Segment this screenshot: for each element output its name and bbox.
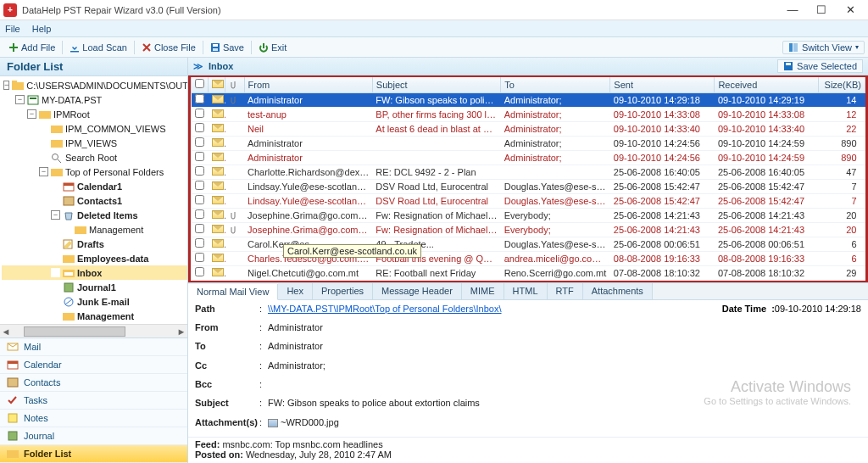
mail-details: Path: \\MY-DATA.PST\IPMRoot\Top of Perso… (188, 300, 868, 438)
nav-sections: Mail Calendar Contacts Tasks Notes Journ… (0, 337, 187, 463)
tab-normal[interactable]: Normal Mail View (188, 284, 278, 300)
row-checkbox[interactable] (195, 267, 204, 276)
tree-contacts[interactable]: Contacts1 (77, 196, 122, 206)
col-to[interactable]: To (501, 77, 610, 92)
tree-toggle[interactable]: − (39, 167, 48, 176)
exit-button[interactable]: Exit (253, 41, 292, 54)
tree-pst[interactable]: MY-DATA.PST (42, 95, 102, 105)
row-checkbox[interactable] (195, 209, 204, 219)
tree-item[interactable]: Employees-data (77, 254, 148, 264)
mail-row[interactable]: AdministratorFW: Gibson speaks to police… (192, 92, 865, 107)
menu-file[interactable]: File (5, 24, 20, 34)
titlebar: + DataHelp PST Repair Wizard v3.0 (Full … (0, 0, 868, 20)
close-file-button[interactable]: Close File (136, 41, 201, 54)
row-checkbox[interactable] (195, 253, 204, 262)
tab-message-header[interactable]: Message Header (373, 283, 462, 299)
cell-size: 20 (819, 222, 865, 237)
path-value[interactable]: \\MY-DATA.PST\IPMRoot\Top of Personal Fo… (268, 304, 698, 314)
load-scan-button[interactable]: Load Scan (64, 41, 132, 54)
row-checkbox[interactable] (195, 166, 204, 176)
datetime-label: Date Time : (698, 304, 775, 314)
tree-toggle[interactable]: − (3, 81, 9, 90)
tree-item[interactable]: IPM_COMMON_VIEWS (65, 124, 166, 134)
row-checkbox[interactable] (195, 123, 204, 132)
mail-row[interactable]: Charlotte.Richardson@dexio...RE: DCL 949… (192, 165, 865, 179)
mail-row[interactable]: test-anupBP, other firms facing 300 la..… (192, 107, 865, 121)
nav-notes[interactable]: Notes (0, 410, 187, 427)
tree-toggle[interactable]: − (27, 109, 36, 119)
nav-contacts[interactable]: Contacts (0, 374, 187, 392)
tree-calendar[interactable]: Calendar1 (77, 181, 122, 192)
row-checkbox[interactable] (195, 137, 204, 147)
row-checkbox[interactable] (195, 195, 204, 204)
tree-toggle[interactable]: − (51, 210, 60, 220)
row-checkbox[interactable] (195, 238, 204, 248)
minimize-button[interactable]: — (783, 3, 802, 16)
tab-html[interactable]: HTML (504, 283, 548, 299)
mail-row[interactable]: Josephine.Grima@go.com.mtFw: Resignation… (192, 208, 865, 222)
col-icon[interactable] (209, 77, 225, 92)
col-from[interactable]: From (244, 77, 372, 92)
folder-tree[interactable]: −C:\USERS\ADMIN\DOCUMENTS\OUTLOOK FILES … (0, 76, 187, 324)
col-subject[interactable]: Subject (372, 77, 500, 92)
save-selected-button[interactable]: Save Selected (777, 59, 863, 73)
cell-subject: RE: Football next Friday (372, 265, 500, 280)
row-checkbox[interactable] (195, 152, 204, 161)
tree-hscrollbar[interactable]: ◄► (0, 324, 187, 337)
cell-to: Reno.Scerri@go.com.mt (501, 265, 610, 280)
datetime-value: 09-10-2010 14:29:18 (775, 304, 861, 314)
mail-row[interactable]: NeilAt least 6 dead in blast at Ch...Adm… (192, 121, 865, 136)
save-button[interactable]: Save (205, 41, 249, 54)
tab-properties[interactable]: Properties (313, 283, 373, 299)
tree-item[interactable]: Management (89, 225, 143, 235)
tree-inbox[interactable]: Inbox (2, 265, 187, 280)
tree-drafts[interactable]: Drafts (77, 239, 104, 249)
notes-icon (7, 413, 19, 423)
tab-hex[interactable]: Hex (278, 283, 313, 299)
col-attach[interactable] (225, 77, 244, 92)
row-checkbox[interactable] (195, 94, 204, 103)
nav-tasks[interactable]: Tasks (0, 392, 187, 410)
switch-view-button[interactable]: Switch View▾ (782, 41, 865, 54)
nav-folder-list[interactable]: Folder List (0, 445, 187, 463)
row-checkbox[interactable] (195, 109, 204, 118)
cell-subject: DSV Road Ltd, Eurocentral (372, 193, 500, 208)
nav-mail[interactable]: Mail (0, 338, 187, 356)
mail-row[interactable]: Nigel.Chetcuti@go.com.mtRE: Football nex… (192, 265, 865, 280)
tree-junk[interactable]: Junk E-mail (77, 297, 130, 307)
tree-ipmroot[interactable]: IPMRoot (53, 109, 90, 120)
tab-mime[interactable]: MIME (462, 283, 504, 299)
tree-root[interactable]: C:\USERS\ADMIN\DOCUMENTS\OUTLOOK FILES (26, 81, 187, 91)
cell-received: 25-06-2008 00:06:51 (715, 237, 819, 251)
tree-journal[interactable]: Journal1 (77, 282, 116, 293)
tab-rtf[interactable]: RTF (548, 283, 583, 299)
mail-row[interactable]: Lindsay.Yule@ese-scotland.c...DSV Road L… (192, 193, 865, 208)
nav-journal[interactable]: Journal (0, 427, 187, 445)
col-received[interactable]: Received (715, 77, 819, 92)
mail-row[interactable]: AdministratorAdministrator;09-10-2010 14… (192, 150, 865, 165)
tree-toggle[interactable]: − (15, 95, 25, 104)
tree-item[interactable]: Search Root (65, 153, 117, 163)
from-label: From (195, 322, 259, 332)
col-checkbox[interactable] (192, 77, 209, 92)
col-size[interactable]: Size(KB) (819, 77, 865, 92)
tree-item[interactable]: IPM_VIEWS (65, 138, 117, 148)
close-window-button[interactable]: ✕ (841, 3, 860, 16)
add-file-button[interactable]: Add File (3, 41, 60, 54)
row-checkbox[interactable] (195, 181, 204, 190)
maximize-button[interactable]: ☐ (812, 3, 831, 16)
cell-to: andrea.miceli@go.com.mt; C... (501, 251, 610, 265)
tree-top[interactable]: Top of Personal Folders (65, 167, 164, 177)
row-checkbox[interactable] (195, 224, 204, 233)
tab-attachments[interactable]: Attachments (583, 283, 653, 299)
tree-item[interactable]: Management (77, 311, 134, 321)
mail-row[interactable]: AdministratorAdministrator;09-10-2010 14… (192, 136, 865, 150)
mail-row[interactable]: Lindsay.Yule@ese-scotland.c...DSV Road L… (192, 179, 865, 193)
mail-row[interactable]: Josephine.Grima@go.com.mtFw: Resignation… (192, 222, 865, 237)
chevron-icon[interactable]: ≫ (193, 61, 203, 72)
nav-calendar[interactable]: Calendar (0, 356, 187, 374)
col-sent[interactable]: Sent (610, 77, 715, 92)
mail-icon (212, 124, 224, 132)
menu-help[interactable]: Help (32, 24, 52, 34)
tree-deleted[interactable]: Deleted Items (77, 210, 138, 220)
